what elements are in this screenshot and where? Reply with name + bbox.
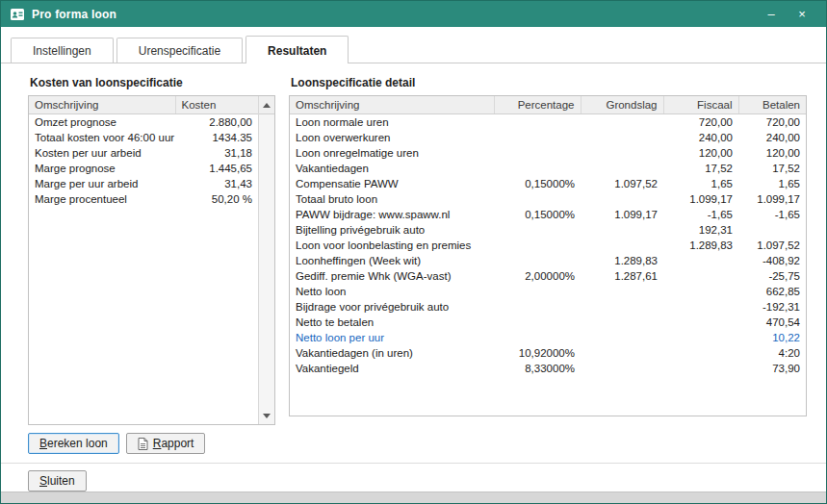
kosten-row[interactable]: Omzet prognose2.880,00 bbox=[29, 114, 258, 131]
cell-betalen: 120,00 bbox=[738, 145, 806, 161]
tab-resultaten[interactable]: Resultaten bbox=[246, 36, 349, 63]
bereken-loon-button[interactable]: Bereken loon bbox=[28, 433, 119, 454]
loon-row[interactable]: Loon voor loonbelasting en premies1.289,… bbox=[290, 238, 806, 253]
cell-percentage bbox=[494, 145, 581, 161]
action-button-row: Bereken loon Rapport bbox=[28, 433, 275, 454]
cell-kosten: 31,18 bbox=[175, 145, 258, 161]
proforma-loon-dialog: Pro forma loon – × InstellingenUrenspeci… bbox=[0, 0, 827, 504]
loon-row[interactable]: Compensatie PAWW0,15000%1.097,521,651,65 bbox=[290, 176, 806, 191]
rapport-button[interactable]: Rapport bbox=[126, 433, 206, 454]
cell-grondslag bbox=[581, 284, 663, 299]
cell-betalen: 73,90 bbox=[738, 361, 806, 376]
cell-grondslag bbox=[581, 238, 663, 253]
cell-percentage: 0,15000% bbox=[494, 207, 581, 222]
cell-fiscaal: 240,00 bbox=[663, 130, 738, 145]
loon-panel: Loonspecificatie detail OmschrijvingPerc… bbox=[289, 76, 807, 416]
loon-row[interactable]: Netto loon662,85 bbox=[290, 284, 806, 299]
footer-strip bbox=[1, 491, 826, 503]
column-header-omschrijving: Omschrijving bbox=[290, 96, 494, 114]
loon-row[interactable]: Netto loon per uur10,22 bbox=[290, 330, 806, 345]
bereken-loon-label: Bereken loon bbox=[39, 437, 108, 450]
column-header-kosten: Kosten bbox=[175, 96, 258, 114]
column-header-fiscaal: Fiscaal bbox=[663, 96, 738, 114]
cell-percentage bbox=[494, 238, 581, 253]
cell-grondslag bbox=[581, 161, 663, 176]
scroll-down-icon[interactable] bbox=[259, 408, 274, 424]
loon-row[interactable]: Vakantiegeld8,33000%73,90 bbox=[290, 361, 806, 376]
cell-fiscaal bbox=[663, 253, 738, 268]
kosten-panel-title: Kosten van loonspecificatie bbox=[30, 76, 275, 89]
cell-fiscaal: 1.099,17 bbox=[663, 191, 738, 207]
cell-betalen: 1,65 bbox=[738, 176, 806, 191]
cell-percentage bbox=[494, 114, 581, 131]
kosten-row[interactable]: Marge per uur arbeid31,43 bbox=[29, 176, 258, 191]
cell-omschrijving: Totaal bruto loon bbox=[290, 191, 494, 207]
tab-bar: InstellingenUrenspecificatieResultaten bbox=[1, 27, 826, 63]
minimize-button[interactable]: – bbox=[756, 1, 787, 27]
loon-grid: OmschrijvingPercentageGrondslagFiscaalBe… bbox=[289, 95, 807, 416]
cell-betalen bbox=[738, 222, 806, 238]
cell-omschrijving: Vakantiedagen (in uren) bbox=[290, 345, 494, 361]
loon-row[interactable]: PAWW bijdrage: www.spaww.nl0,15000%1.099… bbox=[290, 207, 806, 222]
cell-percentage bbox=[494, 161, 581, 176]
loon-row[interactable]: Loonheffingen (Week wit)1.289,83-408,92 bbox=[290, 253, 806, 268]
loon-row[interactable]: Bijtelling privégebruik auto192,31 bbox=[290, 222, 806, 238]
window-title: Pro forma loon bbox=[32, 8, 756, 21]
cell-fiscaal: -1,65 bbox=[663, 207, 738, 222]
kosten-row[interactable]: Marge procentueel50,20 % bbox=[29, 191, 258, 207]
cell-omschrijving: Omzet prognose bbox=[29, 114, 175, 131]
cell-grondslag bbox=[581, 114, 663, 131]
cell-omschrijving: Loon normale uren bbox=[290, 114, 494, 131]
cell-fiscaal bbox=[663, 268, 738, 284]
kosten-table: OmschrijvingKosten Omzet prognose2.880,0… bbox=[29, 96, 258, 207]
cell-betalen: 240,00 bbox=[738, 130, 806, 145]
loon-row[interactable]: Vakantiedagen (in uren)10,92000%4:20 bbox=[290, 345, 806, 361]
cell-omschrijving: Totaal kosten voor 46:00 uur bbox=[29, 130, 175, 145]
kosten-grid: OmschrijvingKosten Omzet prognose2.880,0… bbox=[28, 95, 275, 425]
loon-row[interactable]: Vakantiedagen17,5217,52 bbox=[290, 161, 806, 176]
cell-grondslag bbox=[581, 330, 663, 345]
scroll-up-icon[interactable] bbox=[259, 96, 274, 114]
cell-percentage: 10,92000% bbox=[494, 345, 581, 361]
cell-grondslag bbox=[581, 299, 663, 315]
tab-urenspecificatie[interactable]: Urenspecificatie bbox=[116, 38, 243, 63]
cell-betalen: -25,75 bbox=[738, 268, 806, 284]
cell-omschrijving: Gediff. premie Whk (WGA-vast) bbox=[290, 268, 494, 284]
cell-betalen: 10,22 bbox=[738, 330, 806, 345]
sluiten-label: Sluiten bbox=[39, 474, 75, 488]
cell-kosten: 2.880,00 bbox=[175, 114, 258, 131]
vertical-scrollbar[interactable] bbox=[258, 96, 274, 424]
cell-betalen: 1.097,52 bbox=[738, 238, 806, 253]
sluiten-button[interactable]: Sluiten bbox=[28, 470, 87, 491]
cell-omschrijving: Vakantiegeld bbox=[290, 361, 494, 376]
content-area: Kosten van loonspecificatie Omschrijving… bbox=[1, 63, 826, 454]
cell-percentage: 2,00000% bbox=[494, 268, 581, 284]
loon-row[interactable]: Loon onregelmatige uren120,00120,00 bbox=[290, 145, 806, 161]
cell-omschrijving: Kosten per uur arbeid bbox=[29, 145, 175, 161]
cell-omschrijving: Netto loon per uur bbox=[290, 330, 494, 345]
close-button[interactable]: × bbox=[787, 1, 817, 27]
cell-percentage bbox=[494, 315, 581, 330]
cell-grondslag bbox=[581, 130, 663, 145]
app-icon bbox=[10, 7, 25, 22]
loon-row[interactable]: Totaal bruto loon1.099,171.099,17 bbox=[290, 191, 806, 207]
cell-fiscaal: 120,00 bbox=[663, 145, 738, 161]
cell-omschrijving: Marge per uur arbeid bbox=[29, 176, 175, 191]
loon-row[interactable]: Loon overwerkuren240,00240,00 bbox=[290, 130, 806, 145]
cell-percentage bbox=[494, 299, 581, 315]
loon-row[interactable]: Loon normale uren720,00720,00 bbox=[290, 114, 806, 131]
kosten-row[interactable]: Marge prognose1.445,65 bbox=[29, 161, 258, 176]
cell-betalen: -1,65 bbox=[738, 207, 806, 222]
tab-instellingen[interactable]: Instellingen bbox=[11, 38, 114, 63]
loon-row[interactable]: Bijdrage voor privégebruik auto-192,31 bbox=[290, 299, 806, 315]
cell-grondslag bbox=[581, 361, 663, 376]
loon-row[interactable]: Netto te betalen470,54 bbox=[290, 315, 806, 330]
cell-omschrijving: Netto te betalen bbox=[290, 315, 494, 330]
loon-row[interactable]: Gediff. premie Whk (WGA-vast)2,00000%1.2… bbox=[290, 268, 806, 284]
cell-fiscaal: 192,31 bbox=[663, 222, 738, 238]
kosten-row[interactable]: Kosten per uur arbeid31,18 bbox=[29, 145, 258, 161]
cell-kosten: 1.445,65 bbox=[175, 161, 258, 176]
cell-omschrijving: Loonheffingen (Week wit) bbox=[290, 253, 494, 268]
cell-fiscaal: 17,52 bbox=[663, 161, 738, 176]
kosten-row[interactable]: Totaal kosten voor 46:00 uur1434.35 bbox=[29, 130, 258, 145]
